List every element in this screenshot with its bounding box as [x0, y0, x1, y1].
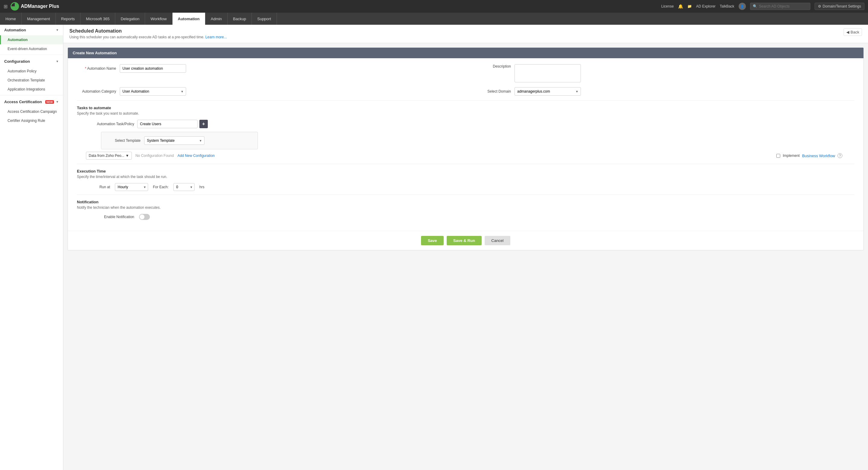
- search-input[interactable]: [759, 4, 808, 8]
- divider-tasks: [77, 100, 855, 101]
- chevron-down-icon: ▼: [56, 28, 59, 32]
- new-badge: NEW: [45, 100, 54, 104]
- gear-icon: ⚙: [818, 4, 821, 8]
- form-section-header: Create New Automation: [68, 48, 864, 58]
- sidebar-item-application-integrations[interactable]: Application Integrations: [0, 85, 63, 94]
- for-each-select[interactable]: 0 1 2 3 4 5 6 12: [174, 183, 194, 191]
- sidebar-item-event-driven[interactable]: Event-driven Automation: [0, 44, 63, 53]
- task-row: Automation Task/Policy +: [77, 120, 855, 128]
- nav-reports[interactable]: Reports: [56, 13, 81, 25]
- tasks-section-title: Tasks to automate: [77, 105, 855, 110]
- nav-delegation[interactable]: Delegation: [115, 13, 145, 25]
- nav-management[interactable]: Management: [22, 13, 56, 25]
- form-container: Create New Automation * Automation Name …: [67, 48, 864, 250]
- task-input-wrapper: +: [137, 120, 208, 128]
- nav-automation[interactable]: Automation: [173, 13, 206, 25]
- sidebar-access-cert-header[interactable]: Access Certification NEW ▼: [0, 97, 63, 107]
- execution-time-desc: Specify the time/interval at which the t…: [77, 175, 855, 179]
- sidebar-divider-1: [0, 55, 63, 55]
- folder-icon: 📁: [687, 4, 692, 8]
- form-footer: Save Save & Run Cancel: [68, 231, 864, 250]
- form-group-description: Description: [472, 64, 855, 82]
- topbar-right: License 🔔 📁 AD Explorer TalkBack 👤 🔍 ⚙ D…: [661, 3, 865, 10]
- form-group-domain: Select Domain admanagerplus.com ▼: [472, 87, 855, 96]
- description-textarea[interactable]: [515, 64, 581, 82]
- sidebar-item-certifier-assigning[interactable]: Certifier Assigning Rule: [0, 116, 63, 125]
- workflow-row: Implement Business Workflow ?: [776, 153, 842, 158]
- back-button[interactable]: ◀ Back: [843, 28, 862, 36]
- template-box: Select Template System Template ▼: [101, 132, 258, 149]
- form-group-name: * Automation Name: [77, 64, 460, 73]
- save-button[interactable]: Save: [421, 236, 443, 245]
- nav-backup[interactable]: Backup: [228, 13, 252, 25]
- category-select[interactable]: User Automation Computer Automation Grou…: [120, 87, 186, 96]
- execution-time-title: Execution Time: [77, 169, 855, 174]
- sidebar-configuration-header[interactable]: Configuration ▼: [0, 56, 63, 67]
- chevron-down-icon-2: ▼: [56, 60, 59, 63]
- no-config-label: No Configuration Found: [135, 154, 174, 158]
- help-icon[interactable]: ?: [838, 153, 842, 158]
- add-new-config-link[interactable]: Add New Configuration: [177, 154, 214, 158]
- template-label: Select Template: [107, 138, 141, 143]
- sidebar-automation-header[interactable]: Automation ▼: [0, 25, 63, 35]
- nav-support[interactable]: Support: [252, 13, 277, 25]
- page-title: Scheduled Automation: [69, 28, 227, 34]
- talkback-link[interactable]: TalkBack: [720, 4, 734, 8]
- form-group-category: Automation Category User Automation Comp…: [77, 87, 460, 96]
- tasks-section-desc: Specify the task you want to automate.: [77, 111, 855, 116]
- license-link[interactable]: License: [661, 4, 674, 8]
- topbar: ⊞ ADManager Plus License 🔔 📁 AD Explorer…: [0, 0, 868, 13]
- nav-admin[interactable]: Admin: [206, 13, 228, 25]
- domain-settings-button[interactable]: ⚙ Domain/Tenant Settings: [815, 3, 864, 10]
- implement-bw-checkbox[interactable]: [776, 154, 780, 158]
- notification-row: Enable Notification: [77, 214, 855, 220]
- layout: Automation ▼ Automation Event-driven Aut…: [0, 25, 868, 470]
- sidebar-item-access-cert-campaign[interactable]: Access Certification Campaign: [0, 107, 63, 116]
- save-run-button[interactable]: Save & Run: [447, 236, 482, 245]
- sidebar-divider-2: [0, 95, 63, 95]
- app-name: ADManager Plus: [21, 4, 59, 9]
- sidebar-item-automation-policy[interactable]: Automation Policy: [0, 67, 63, 76]
- ad-explorer-link[interactable]: AD Explorer: [696, 4, 716, 8]
- sidebar: Automation ▼ Automation Event-driven Aut…: [0, 25, 63, 470]
- domain-select-wrapper: admanagerplus.com ▼: [515, 87, 581, 96]
- category-label: Automation Category: [77, 89, 116, 94]
- sidebar-item-orchestration-template[interactable]: Orchestration Template: [0, 76, 63, 85]
- cancel-button[interactable]: Cancel: [485, 236, 510, 245]
- run-at-select-wrapper: Hourly Daily Weekly Monthly ▼: [115, 183, 148, 191]
- user-avatar[interactable]: 👤: [739, 3, 746, 10]
- implement-label: Implement: [783, 154, 800, 158]
- task-label: Automation Task/Policy: [86, 122, 134, 126]
- chevron-icon: ▼: [125, 154, 129, 158]
- nav-microsoft365[interactable]: Microsoft 365: [81, 13, 115, 25]
- template-select-wrapper: System Template ▼: [144, 136, 205, 145]
- add-task-button[interactable]: +: [199, 120, 208, 128]
- notification-toggle[interactable]: [139, 214, 150, 220]
- sidebar-item-automation[interactable]: Automation: [0, 35, 63, 44]
- learn-more-link[interactable]: Learn more...: [206, 35, 227, 39]
- template-select[interactable]: System Template: [144, 136, 205, 145]
- chevron-down-icon-3: ▼: [56, 100, 59, 103]
- navbar: Home Management Reports Microsoft 365 De…: [0, 13, 868, 25]
- zoho-dropdown[interactable]: Data from Zoho Peo... ▼: [86, 152, 132, 160]
- form-row-1: * Automation Name Description: [77, 64, 855, 82]
- domain-select[interactable]: admanagerplus.com: [515, 87, 581, 96]
- run-at-label: Run at: [86, 185, 110, 189]
- back-arrow-icon: ◀: [846, 30, 849, 34]
- nav-workflow[interactable]: Workflow: [145, 13, 172, 25]
- app-logo: ADManager Plus: [10, 2, 59, 10]
- for-each-label: For Each:: [153, 185, 168, 189]
- category-select-wrapper: User Automation Computer Automation Grou…: [120, 87, 186, 96]
- grid-icon[interactable]: ⊞: [4, 4, 7, 9]
- main-content: Scheduled Automation Using this schedule…: [63, 25, 868, 470]
- zoho-row: Data from Zoho Peo... ▼ No Configuration…: [86, 152, 215, 160]
- form-body: * Automation Name Description Automation…: [68, 58, 864, 231]
- notification-title: Notification: [77, 200, 855, 204]
- task-input[interactable]: [137, 120, 197, 128]
- bell-icon[interactable]: 🔔: [678, 4, 683, 9]
- nav-home[interactable]: Home: [0, 13, 22, 25]
- search-box: 🔍: [750, 3, 810, 10]
- automation-name-input[interactable]: [120, 64, 186, 73]
- run-at-select[interactable]: Hourly Daily Weekly Monthly: [115, 183, 148, 191]
- business-workflow-link[interactable]: Business Workflow: [802, 154, 835, 158]
